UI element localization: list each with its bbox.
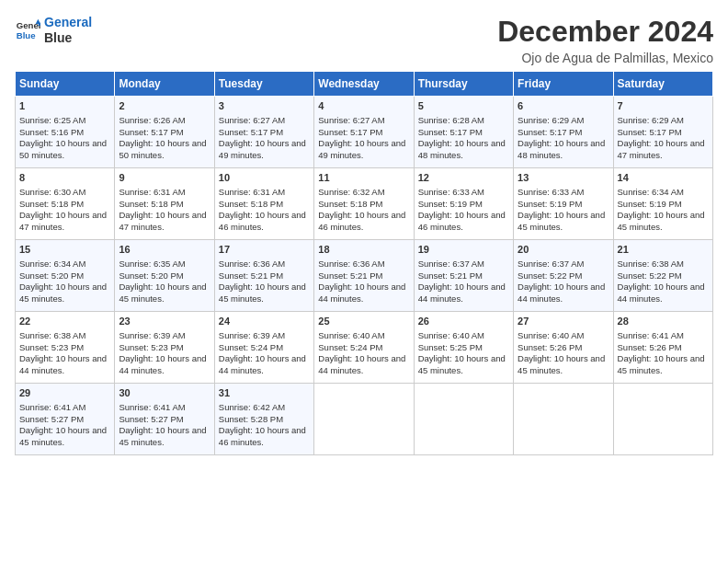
day-number: 2	[119, 99, 210, 113]
sunset-text: Sunset: 5:26 PM	[618, 342, 682, 352]
day-cell: 25Sunrise: 6:40 AMSunset: 5:24 PMDayligh…	[314, 312, 414, 384]
daylight-text: Daylight: 10 hours and 44 minutes.	[318, 353, 405, 375]
day-number: 1	[19, 99, 110, 113]
daylight-text: Daylight: 10 hours and 47 minutes.	[19, 210, 107, 232]
day-number: 9	[119, 171, 210, 185]
day-cell: 13Sunrise: 6:33 AMSunset: 5:19 PMDayligh…	[514, 168, 613, 240]
sunrise-text: Sunrise: 6:34 AM	[618, 187, 684, 197]
day-number: 26	[418, 315, 509, 328]
sunset-text: Sunset: 5:24 PM	[219, 342, 283, 352]
day-cell: 29Sunrise: 6:41 AMSunset: 5:27 PMDayligh…	[16, 384, 115, 455]
location: Ojo de Agua de Palmillas, Mexico	[497, 51, 713, 65]
day-cell	[514, 384, 613, 455]
daylight-text: Daylight: 10 hours and 47 minutes.	[119, 210, 206, 232]
sunset-text: Sunset: 5:22 PM	[618, 270, 682, 281]
sunrise-text: Sunrise: 6:34 AM	[19, 259, 85, 269]
day-number: 22	[19, 315, 110, 328]
sunset-text: Sunset: 5:22 PM	[518, 270, 582, 281]
sunrise-text: Sunrise: 6:36 AM	[318, 259, 384, 269]
day-cell: 23Sunrise: 6:39 AMSunset: 5:23 PMDayligh…	[115, 312, 214, 384]
daylight-text: Daylight: 10 hours and 44 minutes.	[518, 282, 605, 304]
daylight-text: Daylight: 10 hours and 44 minutes.	[119, 353, 206, 375]
day-number: 12	[418, 171, 509, 185]
daylight-text: Daylight: 10 hours and 50 minutes.	[19, 138, 107, 160]
day-cell: 18Sunrise: 6:36 AMSunset: 5:21 PMDayligh…	[314, 240, 414, 312]
sunset-text: Sunset: 5:17 PM	[618, 127, 682, 137]
day-number: 31	[219, 386, 310, 400]
day-number: 13	[518, 171, 609, 185]
sunrise-text: Sunrise: 6:40 AM	[518, 330, 584, 340]
sunset-text: Sunset: 5:18 PM	[219, 199, 283, 209]
daylight-text: Daylight: 10 hours and 47 minutes.	[618, 138, 705, 160]
day-number: 25	[318, 315, 409, 328]
sunrise-text: Sunrise: 6:25 AM	[19, 115, 85, 125]
daylight-text: Daylight: 10 hours and 46 minutes.	[219, 425, 306, 447]
day-number: 20	[518, 243, 609, 257]
daylight-text: Daylight: 10 hours and 46 minutes.	[318, 210, 405, 232]
daylight-text: Daylight: 10 hours and 44 minutes.	[19, 353, 107, 375]
calendar-table: SundayMondayTuesdayWednesdayThursdayFrid…	[15, 71, 713, 455]
header-row: SundayMondayTuesdayWednesdayThursdayFrid…	[16, 72, 713, 97]
day-cell: 31Sunrise: 6:42 AMSunset: 5:28 PMDayligh…	[214, 384, 313, 455]
sunrise-text: Sunrise: 6:28 AM	[418, 115, 484, 125]
day-cell: 16Sunrise: 6:35 AMSunset: 5:20 PMDayligh…	[115, 240, 214, 312]
daylight-text: Daylight: 10 hours and 45 minutes.	[119, 425, 206, 447]
daylight-text: Daylight: 10 hours and 44 minutes.	[318, 282, 405, 304]
day-cell: 11Sunrise: 6:32 AMSunset: 5:18 PMDayligh…	[314, 168, 414, 240]
sunrise-text: Sunrise: 6:42 AM	[219, 402, 285, 412]
day-number: 8	[19, 171, 110, 185]
header-cell-tuesday: Tuesday	[214, 72, 313, 97]
sunrise-text: Sunrise: 6:37 AM	[418, 259, 484, 269]
svg-text:Blue: Blue	[17, 30, 36, 40]
header-cell-monday: Monday	[115, 72, 214, 97]
day-cell: 8Sunrise: 6:30 AMSunset: 5:18 PMDaylight…	[16, 168, 115, 240]
day-cell	[613, 384, 712, 455]
sunrise-text: Sunrise: 6:27 AM	[219, 115, 285, 125]
sunrise-text: Sunrise: 6:31 AM	[219, 187, 285, 197]
sunset-text: Sunset: 5:17 PM	[318, 127, 382, 137]
day-number: 5	[418, 99, 509, 113]
sunset-text: Sunset: 5:20 PM	[19, 270, 84, 281]
day-number: 28	[618, 315, 709, 328]
daylight-text: Daylight: 10 hours and 45 minutes.	[618, 353, 705, 375]
sunset-text: Sunset: 5:20 PM	[119, 270, 183, 281]
sunrise-text: Sunrise: 6:32 AM	[318, 187, 384, 197]
sunset-text: Sunset: 5:17 PM	[119, 127, 183, 137]
day-cell: 28Sunrise: 6:41 AMSunset: 5:26 PMDayligh…	[613, 312, 712, 384]
day-number: 17	[219, 243, 310, 257]
daylight-text: Daylight: 10 hours and 48 minutes.	[418, 138, 506, 160]
sunrise-text: Sunrise: 6:37 AM	[518, 259, 584, 269]
sunset-text: Sunset: 5:28 PM	[219, 414, 283, 424]
week-row-5: 29Sunrise: 6:41 AMSunset: 5:27 PMDayligh…	[16, 384, 713, 455]
week-row-3: 15Sunrise: 6:34 AMSunset: 5:20 PMDayligh…	[16, 240, 713, 312]
week-row-1: 1Sunrise: 6:25 AMSunset: 5:16 PMDaylight…	[16, 97, 713, 168]
sunset-text: Sunset: 5:23 PM	[119, 342, 183, 352]
sunrise-text: Sunrise: 6:41 AM	[19, 402, 85, 412]
day-cell: 26Sunrise: 6:40 AMSunset: 5:25 PMDayligh…	[414, 312, 513, 384]
header-cell-sunday: Sunday	[16, 72, 115, 97]
sunset-text: Sunset: 5:18 PM	[119, 199, 183, 209]
sunrise-text: Sunrise: 6:35 AM	[119, 259, 185, 269]
sunrise-text: Sunrise: 6:27 AM	[318, 115, 384, 125]
daylight-text: Daylight: 10 hours and 45 minutes.	[618, 210, 705, 232]
daylight-text: Daylight: 10 hours and 45 minutes.	[119, 282, 206, 304]
sunset-text: Sunset: 5:21 PM	[418, 270, 483, 281]
day-cell: 19Sunrise: 6:37 AMSunset: 5:21 PMDayligh…	[414, 240, 513, 312]
day-cell: 5Sunrise: 6:28 AMSunset: 5:17 PMDaylight…	[414, 97, 513, 168]
sunset-text: Sunset: 5:26 PM	[518, 342, 582, 352]
sunset-text: Sunset: 5:27 PM	[119, 414, 183, 424]
daylight-text: Daylight: 10 hours and 45 minutes.	[219, 282, 306, 304]
week-row-4: 22Sunrise: 6:38 AMSunset: 5:23 PMDayligh…	[16, 312, 713, 384]
day-number: 21	[618, 243, 709, 257]
sunrise-text: Sunrise: 6:39 AM	[119, 330, 185, 340]
day-number: 14	[618, 171, 709, 185]
sunrise-text: Sunrise: 6:41 AM	[119, 402, 185, 412]
day-number: 11	[318, 171, 409, 185]
sunset-text: Sunset: 5:17 PM	[418, 127, 483, 137]
sunrise-text: Sunrise: 6:29 AM	[518, 115, 584, 125]
day-cell: 21Sunrise: 6:38 AMSunset: 5:22 PMDayligh…	[613, 240, 712, 312]
sunset-text: Sunset: 5:19 PM	[418, 199, 483, 209]
day-cell: 24Sunrise: 6:39 AMSunset: 5:24 PMDayligh…	[214, 312, 313, 384]
sunrise-text: Sunrise: 6:40 AM	[418, 330, 484, 340]
day-cell	[314, 384, 414, 455]
